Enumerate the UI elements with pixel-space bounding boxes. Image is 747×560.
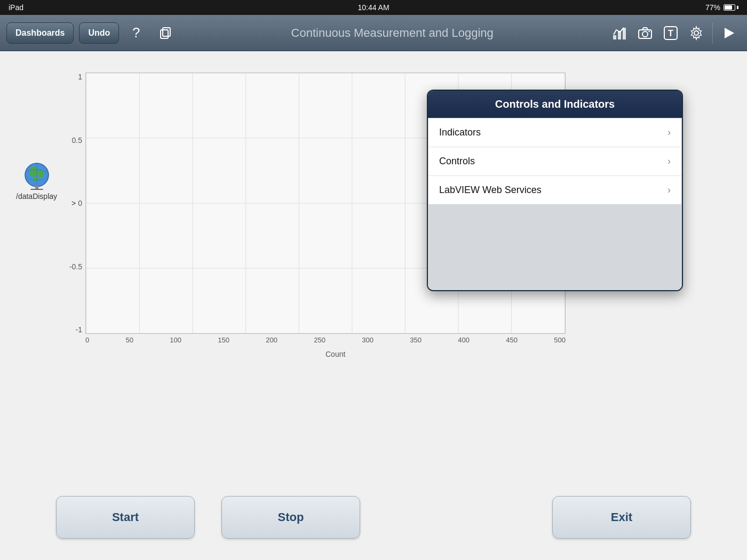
copy-icon xyxy=(157,26,172,41)
x-label-400: 400 xyxy=(458,336,470,344)
bottom-buttons: Start Stop Exit xyxy=(0,496,747,539)
play-icon xyxy=(721,26,736,41)
toolbar-right: T xyxy=(608,21,741,45)
time: 10:44 AM xyxy=(357,3,389,12)
svg-point-6 xyxy=(642,31,648,37)
camera-icon xyxy=(638,26,653,41)
gear-icon xyxy=(689,26,704,41)
svg-rect-0 xyxy=(161,30,168,38)
toolbar-separator xyxy=(712,22,713,44)
x-label-100: 100 xyxy=(170,336,181,344)
indicators-label: Indicators xyxy=(439,127,481,138)
x-label-50: 50 xyxy=(126,336,133,344)
controls-indicators-popup: Controls and Indicators Indicators › Con… xyxy=(427,90,683,291)
x-axis-title: Count xyxy=(325,350,345,358)
svg-rect-7 xyxy=(648,31,650,32)
stop-button[interactable]: Stop xyxy=(221,496,360,539)
svg-point-10 xyxy=(694,31,698,35)
x-label-150: 150 xyxy=(218,336,229,344)
popup-body: Indicators › Controls › LabVIEW Web Serv… xyxy=(428,118,681,204)
y-label-0: > 0 xyxy=(71,199,82,207)
start-button[interactable]: Start xyxy=(56,496,195,539)
camera-button[interactable] xyxy=(633,21,657,45)
text-button[interactable]: T xyxy=(659,21,682,45)
svg-rect-4 xyxy=(623,28,626,39)
copy-button[interactable] xyxy=(153,21,177,45)
x-label-200: 200 xyxy=(266,336,277,344)
labview-web-services-item[interactable]: LabVIEW Web Services › xyxy=(428,176,681,204)
y-label-neg-0-5: -0.5 xyxy=(69,262,82,271)
svg-text:T: T xyxy=(668,29,673,38)
popup-empty-area xyxy=(428,205,682,290)
indicators-item[interactable]: Indicators › xyxy=(428,118,681,147)
x-label-250: 250 xyxy=(314,336,325,344)
y-axis: 1 0.5 > 0 -0.5 -1 xyxy=(64,73,85,334)
page-title: Continuous Measurement and Logging xyxy=(182,26,602,40)
battery-percentage: 77% xyxy=(705,3,720,12)
chart-icon xyxy=(612,26,627,41)
x-label-300: 300 xyxy=(362,336,374,344)
status-bar: iPad 10:44 AM 77% xyxy=(0,0,747,15)
help-button[interactable]: ? xyxy=(124,21,148,45)
controls-chevron: › xyxy=(667,156,671,167)
y-label-0-5: 0.5 xyxy=(72,136,82,145)
svg-rect-2 xyxy=(613,35,616,39)
x-label-500: 500 xyxy=(554,336,566,344)
y-label-neg-1: -1 xyxy=(76,325,82,334)
undo-button[interactable]: Undo xyxy=(79,22,119,44)
y-label-1: 1 xyxy=(78,73,82,81)
toolbar: Dashboards Undo ? Continuous Measurement… xyxy=(0,15,747,51)
controls-label: Controls xyxy=(439,156,475,167)
controls-item[interactable]: Controls › xyxy=(428,147,681,176)
main-content: /dataDisplay 1 0.5 > 0 -0.5 -1 xyxy=(0,51,747,560)
svg-marker-11 xyxy=(725,28,734,38)
popup-arrow xyxy=(545,90,565,91)
x-label-350: 350 xyxy=(410,336,422,344)
device-name: iPad xyxy=(9,3,23,12)
question-mark-icon: ? xyxy=(132,25,140,41)
labview-web-services-label: LabVIEW Web Services xyxy=(439,185,542,196)
labview-web-services-chevron: › xyxy=(667,185,671,196)
battery-icon xyxy=(724,4,738,11)
settings-button[interactable] xyxy=(685,21,708,45)
x-label-450: 450 xyxy=(506,336,518,344)
text-icon: T xyxy=(663,26,678,41)
chart-icon-button[interactable] xyxy=(608,21,631,45)
exit-button[interactable]: Exit xyxy=(552,496,691,539)
x-label-0: 0 xyxy=(85,336,89,344)
dashboards-button[interactable]: Dashboards xyxy=(6,22,74,44)
indicators-chevron: › xyxy=(667,127,671,138)
run-button[interactable] xyxy=(717,21,741,45)
status-right: 77% xyxy=(705,3,738,12)
empty-spacer xyxy=(387,496,526,539)
popup-header: Controls and Indicators xyxy=(428,91,682,118)
x-axis: 0 50 100 150 200 250 300 350 400 450 500 xyxy=(85,336,566,344)
svg-rect-1 xyxy=(163,28,170,36)
